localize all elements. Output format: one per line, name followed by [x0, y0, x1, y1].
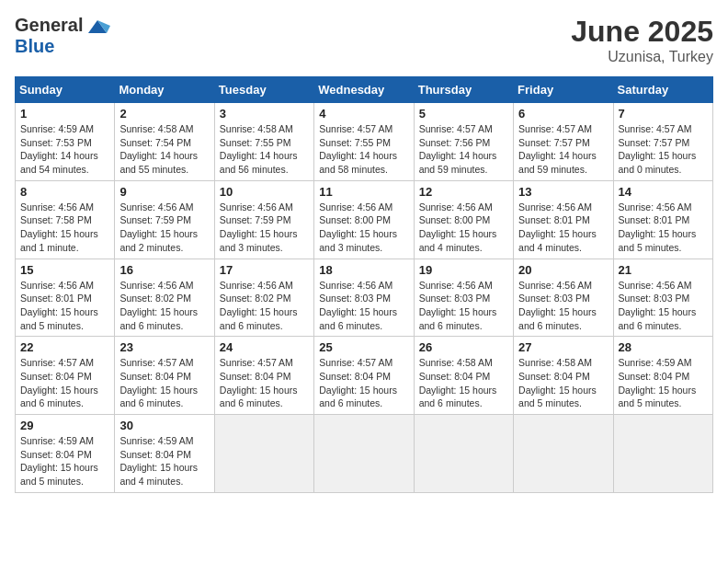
calendar-week-row: 22Sunrise: 4:57 AMSunset: 8:04 PMDayligh… [16, 337, 713, 415]
day-number: 21 [619, 263, 708, 277]
day-number: 7 [619, 107, 708, 121]
day-info: Sunrise: 4:57 AMSunset: 7:57 PMDaylight:… [619, 122, 708, 177]
title-section: June 2025 Uzunisa, Turkey [571, 15, 713, 65]
day-info: Sunrise: 4:58 AMSunset: 8:04 PMDaylight:… [419, 356, 508, 410]
table-row: 10Sunrise: 4:56 AMSunset: 7:59 PMDayligh… [214, 180, 313, 259]
day-number: 18 [319, 263, 408, 277]
page-header: General Blue June 2025 Uzunisa, Turkey [15, 15, 713, 65]
day-info: Sunrise: 4:59 AMSunset: 8:04 PMDaylight:… [20, 434, 109, 488]
calendar-week-row: 1Sunrise: 4:59 AMSunset: 7:53 PMDaylight… [16, 103, 713, 181]
day-number: 27 [518, 340, 608, 354]
day-number: 25 [319, 340, 408, 354]
day-info: Sunrise: 4:58 AMSunset: 7:54 PMDaylight:… [119, 122, 209, 177]
day-info: Sunrise: 4:56 AMSunset: 8:03 PMDaylight:… [518, 279, 608, 333]
calendar-table: Sunday Monday Tuesday Wednesday Thursday… [15, 76, 713, 493]
month-year-title: June 2025 [571, 15, 713, 49]
table-row: 27Sunrise: 4:58 AMSunset: 8:04 PMDayligh… [514, 337, 613, 415]
col-thursday: Thursday [414, 77, 513, 103]
table-row: 3Sunrise: 4:58 AMSunset: 7:55 PMDaylight… [214, 103, 313, 181]
table-row: 21Sunrise: 4:56 AMSunset: 8:03 PMDayligh… [613, 259, 712, 337]
day-number: 10 [220, 185, 309, 199]
table-row: 30Sunrise: 4:59 AMSunset: 8:04 PMDayligh… [115, 415, 214, 493]
day-number: 28 [619, 340, 708, 354]
location-subtitle: Uzunisa, Turkey [571, 49, 713, 65]
day-number: 29 [20, 419, 109, 432]
col-sunday: Sunday [16, 77, 115, 103]
col-tuesday: Tuesday [214, 77, 313, 103]
day-number: 17 [220, 263, 309, 277]
day-info: Sunrise: 4:56 AMSunset: 8:03 PMDaylight:… [319, 279, 408, 333]
day-number: 22 [20, 340, 109, 354]
table-row: 26Sunrise: 4:58 AMSunset: 8:04 PMDayligh… [414, 337, 513, 415]
calendar-header-row: Sunday Monday Tuesday Wednesday Thursday… [16, 77, 713, 103]
day-info: Sunrise: 4:59 AMSunset: 7:53 PMDaylight:… [20, 122, 109, 177]
day-info: Sunrise: 4:56 AMSunset: 7:59 PMDaylight:… [119, 201, 209, 255]
day-number: 30 [119, 419, 209, 432]
day-info: Sunrise: 4:56 AMSunset: 7:58 PMDaylight:… [20, 201, 109, 255]
day-info: Sunrise: 4:57 AMSunset: 8:04 PMDaylight:… [319, 356, 408, 410]
table-row: 12Sunrise: 4:56 AMSunset: 8:00 PMDayligh… [414, 180, 513, 259]
day-info: Sunrise: 4:56 AMSunset: 8:01 PMDaylight:… [518, 201, 608, 255]
logo-blue-text: Blue [15, 36, 54, 56]
table-row: 29Sunrise: 4:59 AMSunset: 8:04 PMDayligh… [16, 415, 115, 493]
day-info: Sunrise: 4:59 AMSunset: 8:04 PMDaylight:… [119, 434, 209, 488]
day-number: 3 [220, 107, 309, 121]
day-number: 13 [518, 185, 608, 199]
calendar-week-row: 15Sunrise: 4:56 AMSunset: 8:01 PMDayligh… [16, 259, 713, 337]
day-number: 6 [518, 107, 608, 121]
day-info: Sunrise: 4:57 AMSunset: 7:57 PMDaylight:… [518, 122, 608, 177]
table-row: 5Sunrise: 4:57 AMSunset: 7:56 PMDaylight… [414, 103, 513, 181]
table-row: 19Sunrise: 4:56 AMSunset: 8:03 PMDayligh… [414, 259, 513, 337]
day-info: Sunrise: 4:58 AMSunset: 8:04 PMDaylight:… [518, 356, 608, 410]
table-row: 22Sunrise: 4:57 AMSunset: 8:04 PMDayligh… [16, 337, 115, 415]
table-row: 20Sunrise: 4:56 AMSunset: 8:03 PMDayligh… [514, 259, 613, 337]
day-info: Sunrise: 4:56 AMSunset: 8:01 PMDaylight:… [20, 279, 109, 333]
table-row: 8Sunrise: 4:56 AMSunset: 7:58 PMDaylight… [16, 180, 115, 259]
table-row: 14Sunrise: 4:56 AMSunset: 8:01 PMDayligh… [613, 180, 712, 259]
table-row [613, 415, 712, 493]
day-number: 2 [119, 107, 209, 121]
day-number: 1 [20, 107, 109, 121]
table-row: 25Sunrise: 4:57 AMSunset: 8:04 PMDayligh… [314, 337, 414, 415]
day-info: Sunrise: 4:56 AMSunset: 8:03 PMDaylight:… [619, 279, 708, 333]
table-row: 18Sunrise: 4:56 AMSunset: 8:03 PMDayligh… [314, 259, 414, 337]
table-row: 15Sunrise: 4:56 AMSunset: 8:01 PMDayligh… [16, 259, 115, 337]
col-friday: Friday [514, 77, 613, 103]
table-row: 1Sunrise: 4:59 AMSunset: 7:53 PMDaylight… [16, 103, 115, 181]
table-row: 13Sunrise: 4:56 AMSunset: 8:01 PMDayligh… [514, 180, 613, 259]
col-wednesday: Wednesday [314, 77, 414, 103]
table-row [314, 415, 414, 493]
col-monday: Monday [115, 77, 214, 103]
day-number: 4 [319, 107, 408, 121]
day-info: Sunrise: 4:57 AMSunset: 8:04 PMDaylight:… [20, 356, 109, 410]
day-info: Sunrise: 4:56 AMSunset: 8:01 PMDaylight:… [619, 201, 708, 255]
col-saturday: Saturday [613, 77, 712, 103]
day-number: 14 [619, 185, 708, 199]
day-number: 9 [119, 185, 209, 199]
day-info: Sunrise: 4:57 AMSunset: 7:56 PMDaylight:… [419, 122, 508, 177]
table-row: 2Sunrise: 4:58 AMSunset: 7:54 PMDaylight… [115, 103, 214, 181]
logo-icon [85, 17, 110, 35]
day-number: 20 [518, 263, 608, 277]
day-number: 26 [419, 340, 508, 354]
table-row: 7Sunrise: 4:57 AMSunset: 7:57 PMDaylight… [613, 103, 712, 181]
day-number: 8 [20, 185, 109, 199]
day-info: Sunrise: 4:56 AMSunset: 8:02 PMDaylight:… [220, 279, 309, 333]
table-row [414, 415, 513, 493]
calendar-week-row: 8Sunrise: 4:56 AMSunset: 7:58 PMDaylight… [16, 180, 713, 259]
day-info: Sunrise: 4:57 AMSunset: 7:55 PMDaylight:… [319, 122, 408, 177]
logo: General Blue [15, 15, 110, 57]
day-info: Sunrise: 4:56 AMSunset: 8:03 PMDaylight:… [419, 279, 508, 333]
table-row: 6Sunrise: 4:57 AMSunset: 7:57 PMDaylight… [514, 103, 613, 181]
day-number: 24 [220, 340, 309, 354]
table-row [514, 415, 613, 493]
table-row: 4Sunrise: 4:57 AMSunset: 7:55 PMDaylight… [314, 103, 414, 181]
day-info: Sunrise: 4:56 AMSunset: 8:00 PMDaylight:… [419, 201, 508, 255]
day-number: 5 [419, 107, 508, 121]
day-info: Sunrise: 4:56 AMSunset: 7:59 PMDaylight:… [220, 201, 309, 255]
table-row: 28Sunrise: 4:59 AMSunset: 8:04 PMDayligh… [613, 337, 712, 415]
day-info: Sunrise: 4:56 AMSunset: 8:02 PMDaylight:… [119, 279, 209, 333]
day-info: Sunrise: 4:57 AMSunset: 8:04 PMDaylight:… [119, 356, 209, 410]
day-number: 15 [20, 263, 109, 277]
day-info: Sunrise: 4:59 AMSunset: 8:04 PMDaylight:… [619, 356, 708, 410]
